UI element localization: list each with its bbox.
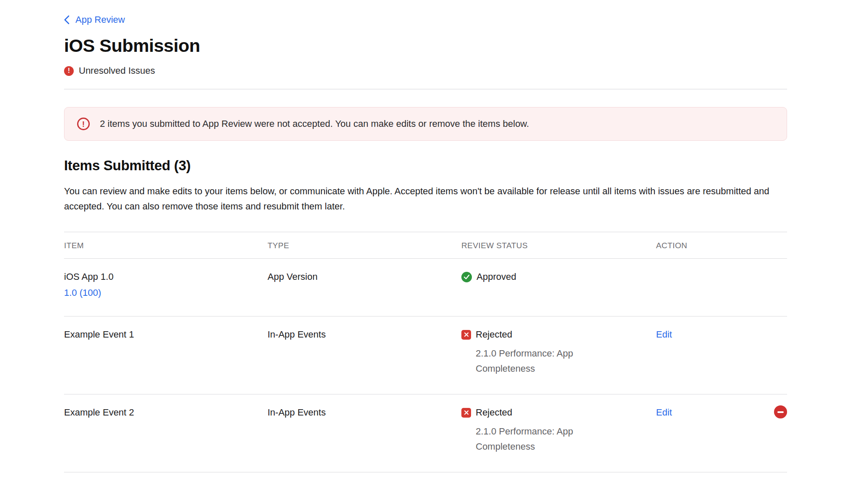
version-build-link[interactable]: 1.0 (100) [64,287,101,298]
alert-message: 2 items you submitted to App Review were… [100,118,529,129]
table-row: Example Event 1 In-App Events Rejected 2… [64,316,787,394]
action-cell: Edit [656,394,787,472]
error-icon: ! [64,66,74,76]
review-status-cell: Rejected 2.1.0 Performance: App Complete… [461,316,656,394]
review-status-cell: Rejected 2.1.0 Performance: App Complete… [461,394,656,472]
alert-exclamation-icon: ! [77,118,90,130]
item-name: Example Event 1 [64,329,268,340]
table-header-row: ITEM TYPE REVIEW STATUS ACTION [64,232,787,259]
column-header-action: ACTION [656,232,787,258]
edit-link[interactable]: Edit [656,329,672,340]
action-cell: Edit [656,316,787,394]
table-row: Example Event 2 In-App Events Rejected 2… [64,394,787,472]
rejection-reason: 2.1.0 Performance: App Completeness [476,424,600,454]
approved-check-icon [461,272,472,282]
column-header-review-status: REVIEW STATUS [461,232,656,258]
type-cell: App Version [268,259,461,316]
submission-status-label: Unresolved Issues [79,65,155,76]
column-header-type: TYPE [268,232,461,258]
minus-icon [777,411,784,413]
items-table: ITEM TYPE REVIEW STATUS ACTION iOS App 1… [64,232,787,472]
back-link-label: App Review [75,14,125,25]
action-cell [656,259,787,316]
items-submitted-description: You can review and make edits to your it… [64,184,787,214]
table-row: iOS App 1.0 1.0 (100) App Version Approv… [64,259,787,316]
status-label: Rejected [476,329,512,340]
remove-item-button[interactable] [774,405,787,418]
item-cell: Example Event 1 [64,316,268,394]
items-submitted-title: Items Submitted (3) [64,158,787,174]
submission-status: ! Unresolved Issues [64,65,787,76]
rejected-x-icon [461,408,471,418]
page-title: iOS Submission [64,35,787,56]
status-label: Rejected [476,407,512,418]
review-status-cell: Approved [461,259,656,316]
alert-banner: ! 2 items you submitted to App Review we… [64,107,787,141]
rejected-x-icon [461,330,471,340]
item-cell: Example Event 2 [64,394,268,472]
type-cell: In-App Events [268,316,461,394]
column-header-item: ITEM [64,232,268,258]
item-name: iOS App 1.0 [64,271,268,282]
rejection-reason: 2.1.0 Performance: App Completeness [476,346,600,376]
edit-link[interactable]: Edit [656,407,672,418]
item-cell: iOS App 1.0 1.0 (100) [64,259,268,316]
chevron-left-icon [64,15,70,24]
status-label: Approved [477,271,516,282]
item-name: Example Event 2 [64,407,268,418]
ios-submission-page: App Review iOS Submission ! Unresolved I… [0,0,841,472]
header-divider [64,89,787,89]
back-link-app-review[interactable]: App Review [64,14,125,25]
type-cell: In-App Events [268,394,461,472]
